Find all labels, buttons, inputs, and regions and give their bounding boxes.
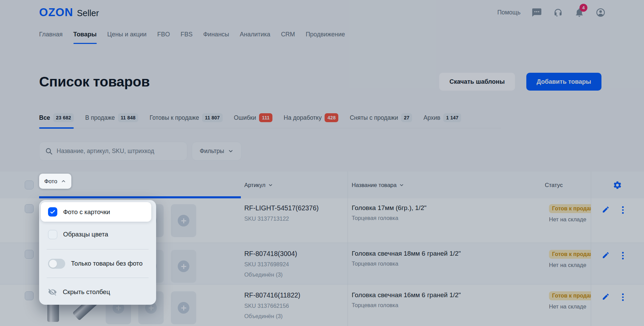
dropdown-item-color-samples[interactable]: Образцы цвета xyxy=(39,224,156,244)
dropdown-item-card-photo[interactable]: Фото с карточки xyxy=(41,202,151,222)
divider xyxy=(47,249,149,249)
dropdown-item-hide-column[interactable]: Скрыть столбец xyxy=(39,283,156,301)
checkbox-unchecked[interactable] xyxy=(48,230,57,239)
chevron-up-icon xyxy=(61,178,66,184)
dropdown-item-only-without-photo[interactable]: Только товары без фото xyxy=(39,254,156,273)
dropdown-item-label: Образцы цвета xyxy=(63,231,108,238)
photo-column-button[interactable]: Фото xyxy=(39,174,71,189)
check-icon xyxy=(49,209,56,215)
checkbox-checked[interactable] xyxy=(48,207,57,217)
divider xyxy=(47,278,149,278)
toggle-label: Только товары без фото xyxy=(71,260,143,267)
eye-off-icon xyxy=(48,288,57,296)
dropdown-item-label: Фото с карточки xyxy=(63,208,110,216)
toggle-switch-off[interactable] xyxy=(48,259,65,269)
page: OZON Seller Помощь 4 Главная Товары Цены… xyxy=(0,0,644,326)
hide-column-label: Скрыть столбец xyxy=(63,288,110,296)
photo-column-dropdown: Фото с карточки Образцы цвета Только тов… xyxy=(39,200,156,305)
toggle-knob xyxy=(49,260,57,268)
